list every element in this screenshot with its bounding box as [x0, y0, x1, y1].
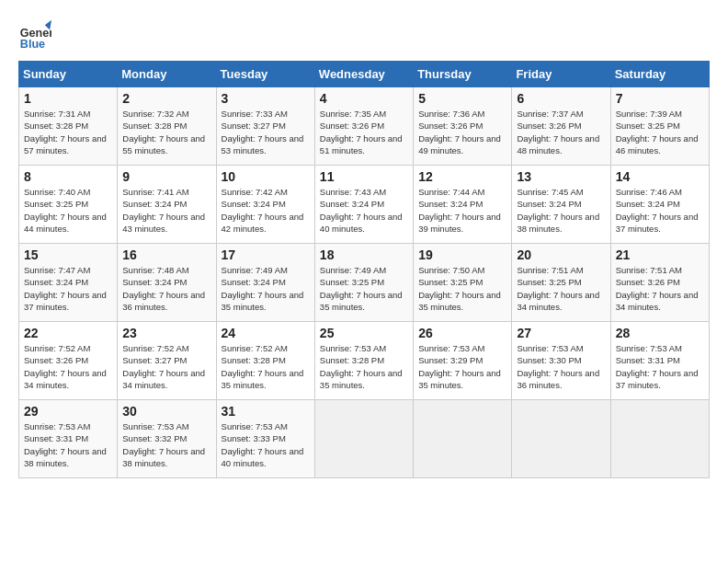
cell-info: Sunrise: 7:43 AMSunset: 3:24 PMDaylight:…	[320, 186, 408, 235]
day-number: 31	[222, 404, 310, 419]
cell-info: Sunrise: 7:51 AMSunset: 3:25 PMDaylight:…	[517, 264, 605, 313]
day-number: 21	[616, 247, 704, 262]
cell-info: Sunrise: 7:36 AMSunset: 3:26 PMDaylight:…	[418, 108, 506, 156]
cell-info: Sunrise: 7:52 AMSunset: 3:28 PMDaylight:…	[222, 342, 310, 391]
weekday-thursday: Thursday	[414, 62, 512, 87]
day-number: 2	[122, 91, 210, 106]
weekday-wednesday: Wednesday	[314, 62, 413, 87]
cell-info: Sunrise: 7:45 AMSunset: 3:24 PMDaylight:…	[517, 186, 605, 235]
day-number: 8	[24, 169, 112, 184]
calendar-week-5: 29 Sunrise: 7:53 AMSunset: 3:31 PMDaylig…	[19, 400, 710, 478]
calendar-cell: 3 Sunrise: 7:33 AMSunset: 3:27 PMDayligh…	[216, 87, 314, 166]
day-number: 13	[517, 169, 605, 184]
calendar-cell: 24 Sunrise: 7:52 AMSunset: 3:28 PMDaylig…	[216, 322, 314, 400]
calendar-cell: 14 Sunrise: 7:46 AMSunset: 3:24 PMDaylig…	[610, 166, 709, 244]
day-number: 20	[517, 247, 605, 262]
cell-info: Sunrise: 7:39 AMSunset: 3:25 PMDaylight:…	[616, 108, 704, 156]
cell-info: Sunrise: 7:52 AMSunset: 3:27 PMDaylight:…	[122, 342, 210, 391]
calendar-table: SundayMondayTuesdayWednesdayThursdayFrid…	[18, 61, 710, 478]
weekday-sunday: Sunday	[19, 62, 118, 87]
calendar-cell: 16 Sunrise: 7:48 AMSunset: 3:24 PMDaylig…	[118, 244, 216, 322]
day-number: 14	[616, 169, 704, 184]
calendar-cell: 10 Sunrise: 7:42 AMSunset: 3:24 PMDaylig…	[216, 166, 314, 244]
cell-info: Sunrise: 7:53 AMSunset: 3:30 PMDaylight:…	[517, 342, 605, 391]
calendar-week-3: 15 Sunrise: 7:47 AMSunset: 3:24 PMDaylig…	[19, 244, 710, 322]
calendar-week-1: 1 Sunrise: 7:31 AMSunset: 3:28 PMDayligh…	[19, 87, 710, 166]
day-number: 29	[24, 404, 112, 419]
cell-info: Sunrise: 7:49 AMSunset: 3:24 PMDaylight:…	[222, 264, 310, 313]
weekday-monday: Monday	[118, 62, 216, 87]
calendar-cell: 8 Sunrise: 7:40 AMSunset: 3:25 PMDayligh…	[19, 166, 118, 244]
calendar-cell: 6 Sunrise: 7:37 AMSunset: 3:26 PMDayligh…	[512, 87, 610, 166]
calendar-cell	[414, 400, 512, 478]
calendar-week-2: 8 Sunrise: 7:40 AMSunset: 3:25 PMDayligh…	[19, 166, 710, 244]
calendar-cell: 23 Sunrise: 7:52 AMSunset: 3:27 PMDaylig…	[118, 322, 216, 400]
calendar-cell: 27 Sunrise: 7:53 AMSunset: 3:30 PMDaylig…	[512, 322, 610, 400]
day-number: 22	[24, 326, 112, 340]
day-number: 12	[418, 169, 506, 184]
calendar-week-4: 22 Sunrise: 7:52 AMSunset: 3:26 PMDaylig…	[19, 322, 710, 400]
day-number: 15	[24, 247, 112, 262]
day-number: 10	[222, 169, 310, 184]
day-number: 28	[616, 326, 704, 340]
weekday-tuesday: Tuesday	[216, 62, 314, 87]
calendar-body: 1 Sunrise: 7:31 AMSunset: 3:28 PMDayligh…	[19, 87, 710, 478]
cell-info: Sunrise: 7:33 AMSunset: 3:27 PMDaylight:…	[222, 108, 310, 156]
cell-info: Sunrise: 7:53 AMSunset: 3:31 PMDaylight:…	[24, 420, 112, 469]
calendar-cell: 2 Sunrise: 7:32 AMSunset: 3:28 PMDayligh…	[118, 87, 216, 166]
day-number: 4	[320, 91, 408, 106]
cell-info: Sunrise: 7:53 AMSunset: 3:29 PMDaylight:…	[418, 342, 506, 391]
calendar-cell: 12 Sunrise: 7:44 AMSunset: 3:24 PMDaylig…	[414, 166, 512, 244]
cell-info: Sunrise: 7:46 AMSunset: 3:24 PMDaylight:…	[616, 186, 704, 235]
day-number: 6	[517, 91, 605, 106]
cell-info: Sunrise: 7:49 AMSunset: 3:25 PMDaylight:…	[320, 264, 408, 313]
cell-info: Sunrise: 7:32 AMSunset: 3:28 PMDaylight:…	[122, 108, 210, 156]
calendar-cell: 9 Sunrise: 7:41 AMSunset: 3:24 PMDayligh…	[118, 166, 216, 244]
calendar-cell: 4 Sunrise: 7:35 AMSunset: 3:26 PMDayligh…	[314, 87, 413, 166]
day-number: 11	[320, 169, 408, 184]
calendar-cell: 26 Sunrise: 7:53 AMSunset: 3:29 PMDaylig…	[414, 322, 512, 400]
calendar-cell: 31 Sunrise: 7:53 AMSunset: 3:33 PMDaylig…	[216, 400, 314, 478]
calendar-cell: 17 Sunrise: 7:49 AMSunset: 3:24 PMDaylig…	[216, 244, 314, 322]
day-number: 25	[320, 326, 408, 340]
day-number: 9	[122, 169, 210, 184]
day-number: 7	[616, 91, 704, 106]
cell-info: Sunrise: 7:40 AMSunset: 3:25 PMDaylight:…	[24, 186, 112, 235]
cell-info: Sunrise: 7:41 AMSunset: 3:24 PMDaylight:…	[122, 186, 210, 235]
calendar-cell	[512, 400, 610, 478]
calendar-cell: 5 Sunrise: 7:36 AMSunset: 3:26 PMDayligh…	[414, 87, 512, 166]
cell-info: Sunrise: 7:50 AMSunset: 3:25 PMDaylight:…	[418, 264, 506, 313]
cell-info: Sunrise: 7:35 AMSunset: 3:26 PMDaylight:…	[320, 108, 408, 156]
calendar-cell: 21 Sunrise: 7:51 AMSunset: 3:26 PMDaylig…	[610, 244, 709, 322]
cell-info: Sunrise: 7:44 AMSunset: 3:24 PMDaylight:…	[418, 186, 506, 235]
day-number: 18	[320, 247, 408, 262]
day-number: 30	[122, 404, 210, 419]
svg-text:Blue: Blue	[20, 38, 45, 51]
cell-info: Sunrise: 7:52 AMSunset: 3:26 PMDaylight:…	[24, 342, 112, 391]
cell-info: Sunrise: 7:53 AMSunset: 3:31 PMDaylight:…	[616, 342, 704, 391]
weekday-header-row: SundayMondayTuesdayWednesdayThursdayFrid…	[19, 62, 710, 87]
cell-info: Sunrise: 7:31 AMSunset: 3:28 PMDaylight:…	[24, 108, 112, 156]
day-number: 16	[122, 247, 210, 262]
cell-info: Sunrise: 7:53 AMSunset: 3:32 PMDaylight:…	[122, 420, 210, 469]
day-number: 1	[24, 91, 112, 106]
calendar-cell: 25 Sunrise: 7:53 AMSunset: 3:28 PMDaylig…	[314, 322, 413, 400]
day-number: 3	[222, 91, 310, 106]
calendar-cell: 7 Sunrise: 7:39 AMSunset: 3:25 PMDayligh…	[610, 87, 709, 166]
cell-info: Sunrise: 7:53 AMSunset: 3:28 PMDaylight:…	[320, 342, 408, 391]
logo: General Blue	[18, 18, 51, 52]
cell-info: Sunrise: 7:37 AMSunset: 3:26 PMDaylight:…	[517, 108, 605, 156]
day-number: 24	[222, 326, 310, 340]
calendar-cell: 29 Sunrise: 7:53 AMSunset: 3:31 PMDaylig…	[19, 400, 118, 478]
calendar-cell: 1 Sunrise: 7:31 AMSunset: 3:28 PMDayligh…	[19, 87, 118, 166]
day-number: 19	[418, 247, 506, 262]
calendar-cell	[314, 400, 413, 478]
calendar-cell: 28 Sunrise: 7:53 AMSunset: 3:31 PMDaylig…	[610, 322, 709, 400]
calendar-cell: 30 Sunrise: 7:53 AMSunset: 3:32 PMDaylig…	[118, 400, 216, 478]
weekday-friday: Friday	[512, 62, 610, 87]
calendar-cell: 18 Sunrise: 7:49 AMSunset: 3:25 PMDaylig…	[314, 244, 413, 322]
calendar-cell: 20 Sunrise: 7:51 AMSunset: 3:25 PMDaylig…	[512, 244, 610, 322]
weekday-saturday: Saturday	[610, 62, 709, 87]
day-number: 23	[122, 326, 210, 340]
day-number: 17	[222, 247, 310, 262]
